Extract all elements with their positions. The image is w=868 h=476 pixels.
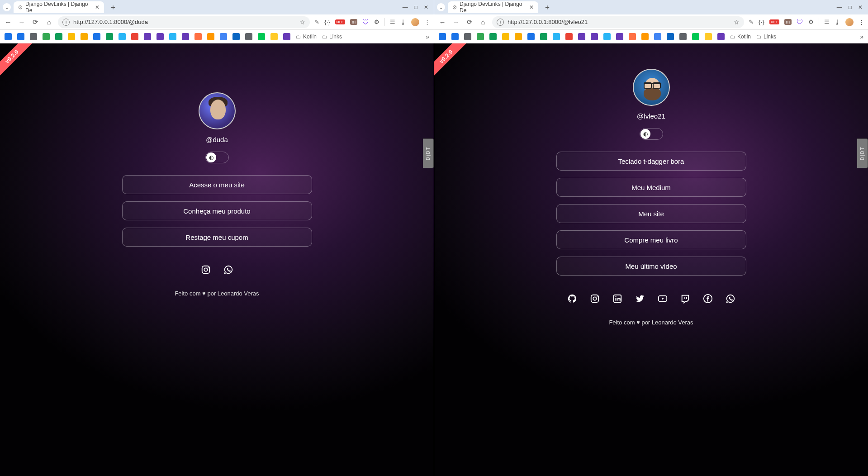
github-icon[interactable]: [567, 294, 577, 304]
facebook-icon[interactable]: [703, 294, 713, 304]
link-button[interactable]: Restage meu cupom: [122, 228, 312, 247]
nav-home-icon[interactable]: ⌂: [44, 18, 53, 26]
bookmark-icon[interactable]: [439, 33, 446, 40]
link-button[interactable]: Conheça meu produto: [122, 201, 312, 220]
bookmark-icon[interactable]: [553, 33, 560, 40]
window-close-icon[interactable]: ✕: [424, 4, 428, 10]
extensions-icon[interactable]: ⚙: [374, 19, 379, 25]
brackets-icon[interactable]: {·}: [759, 19, 764, 25]
bookmark-icon[interactable]: [17, 33, 24, 40]
bookmark-icon[interactable]: [283, 33, 290, 40]
bookmark-folder[interactable]: 🗀Links: [322, 33, 342, 40]
bookmark-icon[interactable]: [169, 33, 176, 40]
nav-forward-icon[interactable]: →: [451, 18, 460, 26]
bookmark-icon[interactable]: [603, 33, 611, 40]
link-button[interactable]: Meu site: [556, 204, 746, 223]
bookmark-icon[interactable]: [717, 33, 725, 40]
bookmark-folder[interactable]: 🗀Kotlin: [730, 33, 751, 40]
eyedropper-icon[interactable]: ✎: [314, 19, 319, 25]
bookmark-icon[interactable]: [93, 33, 100, 40]
downloads-icon[interactable]: ⭳: [835, 19, 840, 25]
browser-tab[interactable]: ⊘ Django DevLinks | Django De ✕: [14, 1, 104, 13]
bookmark-icon[interactable]: [119, 33, 126, 40]
downloads-icon[interactable]: ⭳: [400, 19, 406, 25]
instagram-icon[interactable]: [590, 294, 600, 304]
linkedin-icon[interactable]: [612, 294, 622, 304]
bookmark-icon[interactable]: [578, 33, 585, 40]
bookmark-icon[interactable]: [43, 33, 50, 40]
calendar-extension-icon[interactable]: 🛡15: [362, 18, 369, 26]
nav-reload-icon[interactable]: ⟳: [31, 18, 40, 26]
bookmark-star-icon[interactable]: ☆: [734, 19, 740, 26]
bookmark-icon[interactable]: [55, 33, 62, 40]
bookmark-icon[interactable]: [270, 33, 278, 40]
bookmarks-overflow[interactable]: »: [426, 33, 429, 40]
bookmark-icon[interactable]: [502, 33, 509, 40]
theme-toggle[interactable]: ◐: [205, 152, 229, 163]
bookmark-icon[interactable]: [667, 33, 674, 40]
browser-menu-icon[interactable]: ⋮: [859, 19, 864, 25]
eyedropper-icon[interactable]: ✎: [749, 19, 754, 25]
window-minimize-icon[interactable]: —: [837, 4, 842, 10]
browser-tab[interactable]: ⊘ Django DevLinks | Django De ✕: [448, 1, 538, 13]
instagram-icon[interactable]: [201, 265, 211, 275]
bookmark-icon[interactable]: [5, 33, 12, 40]
nav-forward-icon[interactable]: →: [17, 18, 26, 26]
window-close-icon[interactable]: ✕: [858, 4, 863, 10]
bookmark-icon[interactable]: [591, 33, 598, 40]
reading-list-icon[interactable]: ☰: [390, 19, 395, 25]
bookmark-icon[interactable]: [565, 33, 573, 40]
bookmark-icon[interactable]: [654, 33, 661, 40]
bookmark-icon[interactable]: [157, 33, 164, 40]
bookmark-icon[interactable]: [131, 33, 138, 40]
m-extension-icon[interactable]: m: [350, 19, 357, 25]
bookmark-folder[interactable]: 🗀Kotlin: [296, 33, 317, 40]
calendar-extension-icon[interactable]: 🛡15: [797, 18, 803, 26]
nav-back-icon[interactable]: ←: [438, 18, 447, 26]
bookmark-icon[interactable]: [232, 33, 240, 40]
window-maximize-icon[interactable]: □: [849, 4, 852, 10]
bookmark-icon[interactable]: [144, 33, 151, 40]
bookmark-icon[interactable]: [245, 33, 252, 40]
whatsapp-icon[interactable]: [726, 294, 735, 304]
bookmark-icon[interactable]: [641, 33, 649, 40]
bookmark-icon[interactable]: [258, 33, 265, 40]
bookmark-icon[interactable]: [477, 33, 484, 40]
tab-close-icon[interactable]: ✕: [529, 4, 534, 10]
django-debug-toolbar-handle[interactable]: DjDT: [423, 138, 434, 168]
theme-toggle[interactable]: ◐: [640, 128, 663, 140]
youtube-icon[interactable]: [658, 294, 668, 304]
twitch-icon[interactable]: [680, 294, 690, 304]
django-debug-toolbar-handle[interactable]: DjDT: [857, 138, 868, 168]
tab-close-icon[interactable]: ✕: [95, 4, 100, 10]
link-button[interactable]: Meu Medium: [556, 178, 746, 197]
link-button[interactable]: Compre meu livro: [556, 230, 746, 249]
nav-home-icon[interactable]: ⌂: [479, 18, 488, 26]
off-badge-icon[interactable]: OFF: [769, 19, 779, 24]
window-maximize-icon[interactable]: □: [414, 4, 417, 10]
link-button[interactable]: Acesse o meu site: [122, 175, 312, 194]
bookmark-icon[interactable]: [616, 33, 623, 40]
new-tab-button[interactable]: ＋: [541, 3, 554, 12]
new-tab-button[interactable]: ＋: [107, 3, 119, 12]
brackets-icon[interactable]: {·}: [324, 19, 330, 25]
url-input[interactable]: i http://127.0.0.1:8000/@lvleo21 ☆: [492, 16, 744, 28]
profile-avatar-icon[interactable]: [411, 18, 419, 26]
bookmark-icon[interactable]: [182, 33, 189, 40]
site-info-icon[interactable]: i: [497, 19, 504, 26]
bookmark-icon[interactable]: [220, 33, 227, 40]
window-minimize-icon[interactable]: —: [403, 4, 408, 10]
bookmark-icon[interactable]: [515, 33, 522, 40]
bookmark-icon[interactable]: [629, 33, 636, 40]
bookmark-icon[interactable]: [540, 33, 547, 40]
off-badge-icon[interactable]: OFF: [335, 19, 345, 24]
bookmark-icon[interactable]: [106, 33, 113, 40]
bookmark-icon[interactable]: [705, 33, 712, 40]
bookmark-icon[interactable]: [68, 33, 75, 40]
link-button[interactable]: Teclado t-dagger bora: [556, 152, 746, 171]
profile-avatar-icon[interactable]: [845, 18, 854, 26]
bookmark-icon[interactable]: [527, 33, 535, 40]
bookmark-icon[interactable]: [489, 33, 497, 40]
reading-list-icon[interactable]: ☰: [824, 19, 830, 25]
bookmark-folder[interactable]: 🗀Links: [756, 33, 776, 40]
